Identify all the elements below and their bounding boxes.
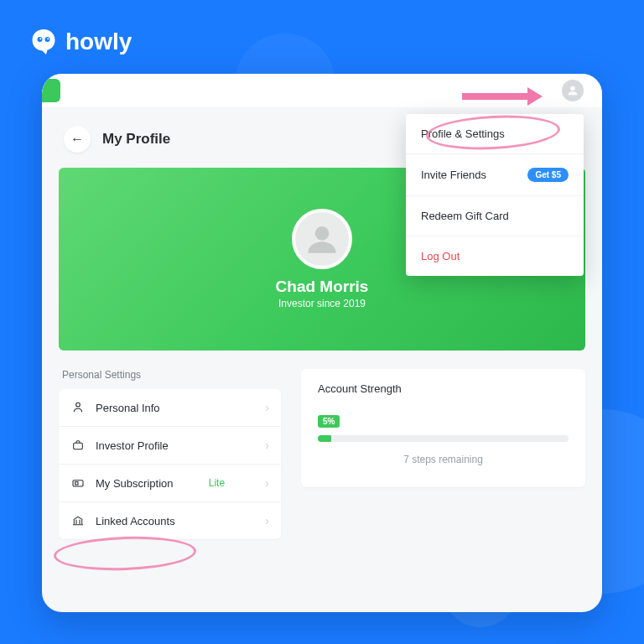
app-logo-icon bbox=[42, 79, 60, 102]
account-strength-title: Account Strength bbox=[318, 382, 569, 395]
strength-percent-badge: 5% bbox=[318, 415, 340, 428]
settings-section-label: Personal Settings bbox=[59, 369, 281, 381]
back-button[interactable]: ← bbox=[64, 126, 91, 153]
menu-item-label: Redeem Gift Card bbox=[421, 210, 509, 222]
svg-point-3 bbox=[47, 38, 49, 39]
settings-item-label: Investor Profile bbox=[96, 439, 169, 452]
user-avatar-icon bbox=[292, 209, 352, 269]
settings-item-investor-profile[interactable]: Investor Profile › bbox=[59, 427, 281, 465]
annotation-highlight-my-subscription bbox=[53, 534, 196, 573]
menu-item-invite-friends[interactable]: Invite Friends Get $5 bbox=[406, 154, 584, 196]
owl-icon bbox=[29, 27, 59, 57]
svg-point-0 bbox=[38, 37, 43, 42]
invite-reward-badge: Get $5 bbox=[527, 168, 569, 182]
bank-icon bbox=[70, 513, 86, 528]
account-avatar-button[interactable] bbox=[562, 80, 584, 101]
chevron-right-icon: › bbox=[265, 514, 269, 527]
strength-progress: 5% bbox=[318, 435, 569, 442]
subscription-tier-tag: Lite bbox=[209, 477, 225, 489]
settings-list: Personal Info › Investor Profile › My Su… bbox=[59, 389, 281, 539]
steps-remaining: 7 steps remaining bbox=[318, 454, 569, 465]
account-strength-card: Account Strength 5% 7 steps remaining bbox=[301, 369, 585, 487]
svg-rect-7 bbox=[74, 443, 83, 449]
menu-item-profile-settings[interactable]: Profile & Settings bbox=[406, 114, 584, 154]
subscription-icon bbox=[70, 475, 86, 491]
investor-since: Investor since 2019 bbox=[278, 298, 366, 309]
svg-point-1 bbox=[45, 37, 50, 42]
annotation-arrow bbox=[462, 87, 552, 106]
chevron-right-icon: › bbox=[265, 476, 269, 490]
settings-item-label: Linked Accounts bbox=[96, 515, 175, 527]
menu-item-label: Log Out bbox=[421, 250, 460, 262]
svg-point-2 bbox=[39, 38, 41, 39]
settings-item-my-subscription[interactable]: My Subscription Lite › bbox=[59, 465, 281, 502]
menu-item-redeem-gift-card[interactable]: Redeem Gift Card bbox=[406, 196, 584, 236]
menu-item-label: Profile & Settings bbox=[421, 127, 505, 140]
brand-logo: howly bbox=[29, 27, 132, 57]
settings-item-label: My Subscription bbox=[96, 477, 173, 490]
briefcase-icon bbox=[70, 438, 86, 453]
menu-item-label: Invite Friends bbox=[421, 169, 486, 181]
settings-item-linked-accounts[interactable]: Linked Accounts › bbox=[59, 502, 281, 539]
chevron-right-icon: › bbox=[265, 401, 269, 414]
svg-rect-9 bbox=[75, 482, 78, 485]
settings-item-label: Personal Info bbox=[96, 402, 160, 414]
svg-point-6 bbox=[76, 402, 80, 407]
settings-item-personal-info[interactable]: Personal Info › bbox=[59, 389, 281, 427]
person-icon bbox=[70, 400, 86, 415]
page-title: My Profile bbox=[102, 131, 170, 148]
account-dropdown: Profile & Settings Invite Friends Get $5… bbox=[406, 114, 584, 276]
user-name: Chad Morris bbox=[276, 278, 369, 296]
brand-name: howly bbox=[65, 29, 132, 55]
svg-point-5 bbox=[315, 226, 330, 241]
menu-item-log-out[interactable]: Log Out bbox=[406, 236, 584, 276]
svg-point-4 bbox=[570, 86, 574, 91]
chevron-right-icon: › bbox=[265, 439, 269, 452]
app-card: ← My Profile Chad Morris Investor since … bbox=[42, 74, 602, 612]
